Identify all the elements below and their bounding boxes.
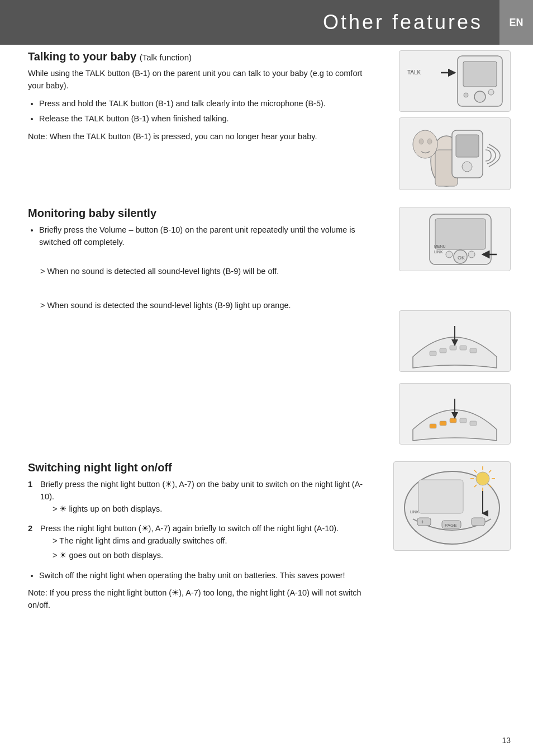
step-subnote: > The night light dims and gradually swi… — [53, 535, 339, 547]
svg-text:+: + — [421, 518, 424, 525]
svg-point-13 — [419, 139, 423, 144]
step-content: Briefly press the night light button (☀)… — [40, 479, 377, 517]
svg-text:OK: OK — [458, 255, 465, 261]
step-subnote: > ☀ goes out on both displays. — [53, 550, 339, 562]
svg-rect-30 — [430, 424, 436, 428]
svg-rect-31 — [440, 421, 446, 426]
language-badge: EN — [499, 0, 533, 45]
svg-text:LINK: LINK — [410, 510, 419, 514]
svg-point-12 — [413, 130, 437, 158]
section-nightlight-image: + PAGE — [388, 461, 511, 612]
page-number: 13 — [502, 736, 511, 745]
monitoring-image-3 — [399, 383, 511, 445]
nightlight-bullets: Switch off the night light when operatin… — [39, 570, 377, 582]
svg-point-20 — [468, 251, 475, 258]
step-subnote: > ☀ lights up on both displays. — [53, 503, 377, 516]
svg-rect-24 — [430, 351, 436, 356]
talking-image-2 — [399, 117, 511, 190]
step-content: Press the night light button (☀), A-7) a… — [40, 523, 339, 564]
step-num: 1 — [28, 479, 36, 517]
svg-rect-32 — [450, 418, 456, 423]
svg-point-14 — [427, 139, 432, 144]
svg-rect-28 — [470, 348, 477, 353]
nightlight-note: Note: If you press the night light butto… — [28, 587, 377, 612]
note-label: Note: — [28, 588, 47, 597]
section-monitoring: Monitoring baby silently Briefly press t… — [28, 207, 511, 445]
page-title: Other features — [323, 11, 483, 34]
svg-point-11 — [462, 162, 472, 172]
section-monitoring-text: Monitoring baby silently Briefly press t… — [28, 207, 377, 445]
section-nightlight: Switching night light on/off 1 Briefly p… — [28, 461, 511, 612]
section-monitoring-images: OK LINK MENU — [388, 207, 511, 445]
step-num: 2 — [28, 523, 36, 564]
note-text: If you press the night light button (☀),… — [28, 588, 361, 609]
list-item: Briefly press the Volume – button (B-10)… — [39, 224, 377, 249]
section-talking-note: Note: When the TALK button (B-1) is pres… — [28, 131, 377, 143]
svg-point-19 — [446, 251, 453, 258]
svg-rect-26 — [450, 346, 456, 350]
talking-image-1: TALK — [399, 50, 511, 112]
svg-text:MENU: MENU — [434, 244, 446, 248]
section-monitoring-bullets: Briefly press the Volume – button (B-10)… — [39, 224, 377, 249]
svg-line-45 — [489, 470, 491, 472]
monitoring-image-1: OK LINK MENU — [399, 207, 511, 271]
monitoring-image-2 — [399, 310, 511, 372]
section-talking-images: TALK — [388, 50, 511, 190]
nightlight-image-1: + PAGE — [393, 461, 511, 551]
main-content: Talking to your baby (Talk function) Whi… — [0, 50, 533, 651]
svg-text:LINK: LINK — [434, 250, 443, 254]
list-item: Press and hold the TALK button (B-1) and… — [39, 98, 377, 110]
list-item: 2 Press the night light button (☀), A-7)… — [28, 523, 377, 564]
svg-rect-34 — [470, 421, 477, 426]
svg-text:PAGE: PAGE — [445, 523, 457, 528]
section-talking-text: Talking to your baby (Talk function) Whi… — [28, 50, 377, 190]
section-nightlight-text: Switching night light on/off 1 Briefly p… — [28, 461, 377, 612]
header-title-block: Other features — [0, 0, 499, 45]
svg-point-2 — [474, 91, 486, 102]
svg-point-3 — [488, 89, 494, 95]
note-text: When the TALK button (B-1) is pressed, y… — [50, 132, 317, 141]
section-talking-subheading: (Talk function) — [140, 53, 192, 62]
svg-rect-10 — [456, 135, 479, 157]
nightlight-steps: 1 Briefly press the night light button (… — [28, 479, 377, 564]
svg-rect-27 — [460, 346, 467, 350]
svg-rect-42 — [472, 518, 485, 526]
svg-rect-25 — [440, 348, 446, 353]
section-talking-intro: While using the TALK button (B-1) on the… — [28, 68, 377, 92]
list-item: 1 Briefly press the night light button (… — [28, 479, 377, 517]
list-item: Switch off the night light when operatin… — [39, 570, 377, 582]
svg-text:TALK: TALK — [407, 69, 421, 75]
svg-point-43 — [476, 472, 489, 485]
svg-rect-33 — [460, 418, 467, 423]
section-talking-heading: Talking to your baby (Talk function) — [28, 50, 377, 63]
section-nightlight-heading: Switching night light on/off — [28, 461, 377, 474]
svg-point-4 — [464, 93, 468, 97]
section-talking-bullets: Press and hold the TALK button (B-1) and… — [39, 98, 377, 126]
monitoring-subnote1: > When no sound is detected all sound-le… — [40, 266, 377, 278]
list-item: Release the TALK button (B-1) when finis… — [39, 113, 377, 125]
svg-line-51 — [474, 470, 477, 472]
svg-rect-37 — [418, 480, 463, 513]
note-label: Note: — [28, 132, 47, 141]
section-monitoring-heading: Monitoring baby silently — [28, 207, 377, 220]
section-talking: Talking to your baby (Talk function) Whi… — [28, 50, 511, 190]
monitoring-subnote2: > When sound is detected the sound-level… — [40, 300, 377, 312]
page-header: Other features EN — [0, 0, 533, 45]
svg-rect-1 — [463, 62, 497, 87]
